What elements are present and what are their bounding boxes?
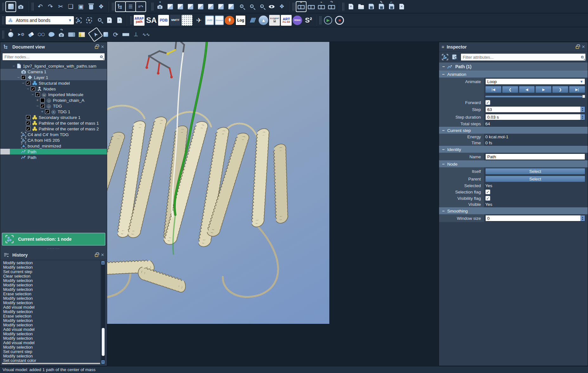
path-group-header[interactable]: − Path (1) — [439, 62, 588, 71]
look-at-icon[interactable] — [267, 2, 277, 12]
view-cube-4-icon[interactable] — [196, 2, 206, 12]
tree-item-1pv7-ligand-complex-with-paths-sam[interactable]: −1pv7_ligand_complex_with_paths.sam — [0, 63, 107, 69]
step-duration-spinbox[interactable]: 0.03 s▲▼ — [485, 114, 585, 120]
visibility-checkbox[interactable]: ✓ — [21, 75, 26, 80]
visibility-checkbox[interactable]: ✓ — [26, 121, 30, 125]
expander-minus-icon[interactable]: − — [36, 104, 39, 108]
fullscreen-icon[interactable]: ✥ — [277, 2, 287, 12]
cut-icon[interactable]: ✂ — [55, 2, 66, 12]
expander-minus-icon[interactable]: − — [21, 81, 25, 85]
add-camera-icon[interactable]: + — [155, 2, 165, 12]
add-atom-icon[interactable]: + — [6, 29, 16, 40]
history-item[interactable]: Add visual model — [2, 305, 100, 310]
neural-net-icon[interactable] — [182, 15, 192, 26]
filter-nodes-input[interactable] — [4, 55, 100, 59]
camera-rotate-icon[interactable]: ↷ — [56, 29, 67, 40]
list-view-icon[interactable]: ☰ — [126, 2, 136, 12]
history-item[interactable]: Modify selection — [2, 278, 100, 283]
node-section-header[interactable]: −Node — [439, 160, 588, 167]
save-selection-icon[interactable]: ⌐ — [386, 2, 397, 12]
view-cube-1-icon[interactable] — [165, 2, 175, 12]
expander-minus-icon[interactable]: − — [12, 64, 16, 68]
lock-icon[interactable] — [576, 46, 579, 49]
inspect-selection-button[interactable] — [441, 53, 449, 61]
stereo-on-icon[interactable] — [306, 2, 316, 12]
history-item[interactable]: Modify selection — [2, 363, 100, 364]
anim-last-button[interactable]: ▶| — [569, 86, 585, 93]
scroll-up-icon[interactable]: ▲ — [101, 261, 105, 265]
tree-item-protein-chain-a[interactable]: +OProtein_chain_A — [0, 97, 107, 103]
delete-icon[interactable] — [86, 2, 96, 12]
expander-plus-icon[interactable]: + — [36, 98, 39, 102]
tree-item-path[interactable]: Path — [0, 154, 107, 160]
copy-icon[interactable]: ❏ — [66, 2, 76, 12]
tree-item-c4-and-c4-from-tdg[interactable]: C4 and C4' from TDG — [0, 132, 107, 137]
eraser-icon[interactable] — [26, 29, 36, 40]
tree-item-bound-minimized[interactable]: bound_minimized — [0, 143, 107, 149]
tree-item-tdg-1[interactable]: +✓RTDG 1 — [0, 109, 107, 115]
history-list[interactable]: Modify selectionModify selectionSet curr… — [2, 260, 100, 364]
view-cube-7-icon[interactable] — [226, 2, 236, 12]
anim-forward-button[interactable]: ❯ — [552, 86, 568, 93]
arap-path-icon[interactable]: ARAPpath — [134, 15, 145, 26]
tree-item-path[interactable]: Path — [0, 149, 107, 154]
magnifier-icon[interactable] — [94, 15, 104, 25]
apply-visual-model-icon[interactable] — [74, 15, 84, 25]
tree-item-layer-1[interactable]: −✓Layer 1 — [0, 75, 107, 80]
log-icon[interactable]: Log — [235, 15, 246, 26]
history-item[interactable]: Modify selection — [2, 336, 100, 341]
tree-item-structural-model[interactable]: −✓Structural model — [0, 80, 107, 86]
selection-flag-checkbox[interactable]: ✓ — [485, 189, 490, 194]
close-document-icon[interactable]: ✕ — [397, 2, 407, 12]
history-item[interactable]: Set constant color — [2, 358, 100, 363]
stereo-off-icon[interactable]: ✕ — [296, 2, 306, 12]
anim-play-button[interactable]: ▶ — [535, 86, 552, 93]
history-item[interactable]: Modify selection — [2, 323, 100, 327]
add-solvent-model-icon[interactable]: ᵒ — [114, 15, 125, 25]
tree-item-nodes[interactable]: −✓Nodes — [0, 86, 107, 92]
current-step-section-header[interactable]: −Current step — [439, 127, 588, 134]
zoom-out-icon[interactable]: − — [246, 2, 256, 12]
visibility-checkbox[interactable]: ✓ — [26, 127, 30, 131]
redo-icon[interactable]: ↷ — [45, 2, 55, 12]
s2-icon[interactable]: S² — [303, 15, 314, 26]
step-spinbox[interactable]: 63▲▼ — [485, 106, 585, 113]
lock-icon[interactable] — [95, 46, 98, 49]
history-item[interactable]: Modify selection — [2, 261, 100, 265]
close-icon[interactable]: ✕ — [582, 44, 585, 49]
history-item[interactable]: Modify selection — [2, 287, 100, 292]
history-item[interactable]: Clear selection — [2, 274, 100, 278]
save-as-icon[interactable]: ✎ — [376, 2, 386, 12]
animate-dropdown[interactable]: Loop▼ — [485, 78, 585, 85]
visibility-checkbox[interactable]: ✓ — [26, 81, 30, 85]
box-select-icon[interactable] — [100, 29, 111, 40]
identity-section-header[interactable]: −Identity — [439, 146, 588, 153]
zoom-selection-icon[interactable]: ⌐ — [256, 2, 267, 12]
tree-item-ca-from-his-205[interactable]: CA from HIS 205 — [0, 137, 107, 143]
record-icon[interactable]: ■ — [335, 16, 344, 24]
history-item[interactable]: Modify selection — [2, 354, 100, 358]
history-item[interactable]: Erase selection — [2, 314, 100, 318]
visibility-checkbox[interactable]: ✓ — [40, 104, 45, 108]
creature-icon[interactable]: ↟ — [225, 16, 234, 25]
expander-minus-icon[interactable]: − — [31, 92, 35, 97]
twist-bond-icon[interactable]: ∿∿ — [141, 29, 151, 40]
anim-step-back-button[interactable]: ◀ — [519, 86, 535, 93]
samson-sa-icon[interactable]: SA — [145, 15, 157, 26]
pointer-settings-icon[interactable]: ➤⚙ — [16, 29, 26, 40]
history-item[interactable]: Modify selection — [2, 332, 100, 336]
tree-item-imported-molecule[interactable]: −✓MImported Molecule — [0, 92, 107, 97]
selection-mode-icon[interactable] — [6, 2, 16, 12]
new-document-icon[interactable]: + — [346, 2, 356, 12]
history-item[interactable]: Modify selection — [2, 318, 100, 323]
visibility-checkbox[interactable]: ✓ — [45, 109, 49, 114]
visibility-checkbox[interactable]: ✓ — [36, 92, 40, 97]
rotate-view-icon[interactable]: ⟳ — [111, 29, 121, 40]
stereo-rotate-icon[interactable]: ↷ — [326, 2, 337, 12]
visibility-checkbox[interactable]: ✓ — [26, 115, 30, 120]
visibility-checkbox[interactable] — [40, 98, 45, 102]
expander-minus-icon[interactable]: − — [26, 87, 30, 91]
select-itself-button[interactable]: Select — [485, 168, 585, 174]
add-visual-model-icon[interactable]: + — [104, 15, 114, 25]
name-input[interactable]: Path — [485, 154, 585, 160]
